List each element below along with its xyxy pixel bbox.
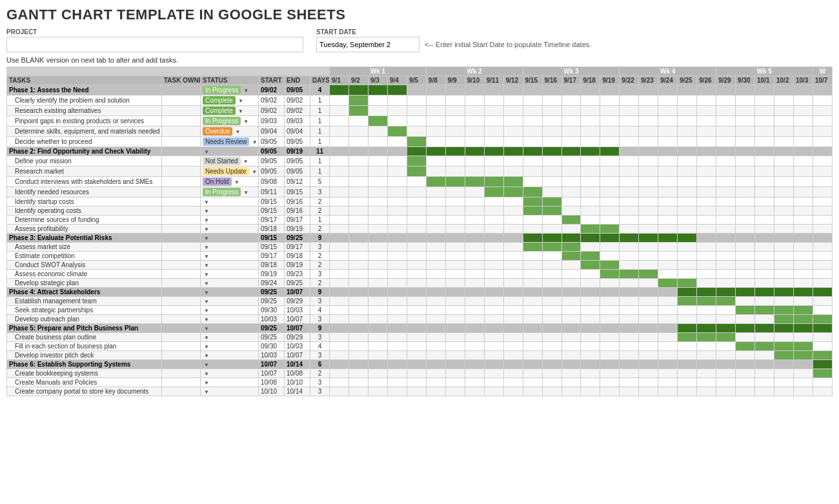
dropdown-arrow-icon[interactable]: ▼ <box>242 88 248 94</box>
gantt-bar-cell <box>349 177 369 187</box>
gantt-bar-cell <box>407 288 426 297</box>
gantt-bar-cell <box>600 261 620 270</box>
gantt-bar-cell <box>774 360 793 369</box>
gantt-bar-cell <box>330 252 349 261</box>
start-date-value[interactable]: Tuesday, September 2 <box>316 37 419 52</box>
dropdown-arrow-icon[interactable]: ▼ <box>204 389 209 395</box>
dropdown-arrow-icon[interactable]: ▼ <box>204 290 209 296</box>
task-status-cell[interactable]: Not Started ▼ <box>201 156 259 166</box>
task-status-cell[interactable]: In Progress ▼ <box>201 85 259 96</box>
dropdown-arrow-icon[interactable]: ▼ <box>204 272 209 277</box>
task-status-cell[interactable]: On Hold ▼ <box>201 177 259 187</box>
task-status-cell[interactable]: ▼ <box>201 324 259 333</box>
gantt-bar-cell <box>368 333 387 342</box>
task-status-cell[interactable]: In Progress ▼ <box>201 116 259 126</box>
gantt-bar-cell <box>600 197 620 207</box>
task-status-cell[interactable]: Needs Review ▼ <box>201 137 259 147</box>
gantt-bar-cell <box>716 324 736 333</box>
task-status-cell[interactable]: Complete ▼ <box>201 106 259 116</box>
gantt-bar-cell <box>561 252 581 261</box>
task-status-cell[interactable]: ▼ <box>201 234 259 243</box>
task-status-cell[interactable]: ▼ <box>201 369 259 378</box>
dropdown-arrow-icon[interactable]: ▼ <box>237 108 243 114</box>
task-status-cell[interactable]: Overdue ▼ <box>201 126 259 137</box>
dropdown-arrow-icon[interactable]: ▼ <box>204 208 209 214</box>
dropdown-arrow-icon[interactable]: ▼ <box>234 129 240 135</box>
day-10-3: 10/3 <box>793 76 813 85</box>
task-status-cell[interactable]: ▼ <box>201 147 259 156</box>
task-status-cell[interactable]: ▼ <box>201 207 259 216</box>
dropdown-arrow-icon[interactable]: ▼ <box>250 169 257 175</box>
task-start-cell: 10/10 <box>259 387 285 396</box>
dropdown-arrow-icon[interactable]: ▼ <box>204 199 209 205</box>
task-status-cell[interactable]: ▼ <box>201 351 259 360</box>
project-input[interactable] <box>6 37 303 52</box>
task-status-cell[interactable]: ▼ <box>201 378 259 387</box>
gantt-bar-cell <box>639 96 658 106</box>
dropdown-arrow-icon[interactable]: ▼ <box>204 149 209 155</box>
task-status-cell[interactable]: ▼ <box>201 243 259 252</box>
dropdown-arrow-icon[interactable]: ▼ <box>204 326 209 332</box>
task-status-cell[interactable]: ▼ <box>201 288 259 297</box>
dropdown-arrow-icon[interactable]: ▼ <box>242 190 248 196</box>
dropdown-arrow-icon[interactable]: ▼ <box>204 245 209 250</box>
task-days-cell: 1 <box>310 106 330 116</box>
gantt-bar-cell <box>755 252 774 261</box>
dropdown-arrow-icon[interactable]: ▼ <box>204 217 209 223</box>
dropdown-arrow-icon[interactable]: ▼ <box>204 227 209 232</box>
dropdown-arrow-icon[interactable]: ▼ <box>204 236 209 241</box>
dropdown-arrow-icon[interactable]: ▼ <box>204 263 209 268</box>
task-name-cell: Phase 2: Find Opportunity and Check Viab… <box>7 147 162 156</box>
task-status-cell[interactable]: ▼ <box>201 252 259 261</box>
gantt-bar-cell <box>793 106 813 116</box>
dropdown-arrow-icon[interactable]: ▼ <box>204 299 209 305</box>
task-status-cell[interactable]: ▼ <box>201 261 259 270</box>
task-status-cell[interactable]: ▼ <box>201 387 259 396</box>
dropdown-arrow-icon[interactable]: ▼ <box>204 362 209 368</box>
dropdown-arrow-icon[interactable]: ▼ <box>204 353 209 359</box>
gantt-bar-cell <box>484 216 503 225</box>
task-status-cell[interactable]: ▼ <box>201 333 259 342</box>
task-end-cell: 09/16 <box>285 197 310 207</box>
gantt-bar-cell <box>523 315 542 324</box>
task-status-cell[interactable]: Complete ▼ <box>201 96 259 106</box>
gantt-bar-cell <box>620 351 639 360</box>
dropdown-arrow-icon[interactable]: ▼ <box>204 317 209 323</box>
dropdown-arrow-icon[interactable]: ▼ <box>242 119 248 125</box>
dropdown-arrow-icon[interactable]: ▼ <box>204 380 209 386</box>
gantt-bar-cell <box>503 351 523 360</box>
task-status-cell[interactable]: ▼ <box>201 360 259 369</box>
gantt-bar-cell <box>736 378 755 387</box>
task-status-cell[interactable]: ▼ <box>201 315 259 324</box>
dropdown-arrow-icon[interactable]: ▼ <box>204 281 209 287</box>
dropdown-arrow-icon[interactable]: ▼ <box>237 98 243 104</box>
dropdown-arrow-icon[interactable]: ▼ <box>204 308 209 314</box>
dropdown-arrow-icon[interactable]: ▼ <box>204 371 209 377</box>
task-name-cell: Estimate competition <box>7 252 162 261</box>
dropdown-arrow-icon[interactable]: ▼ <box>250 139 257 145</box>
dropdown-arrow-icon[interactable]: ▼ <box>204 344 209 350</box>
task-owner-cell <box>162 378 201 387</box>
dropdown-arrow-icon[interactable]: ▼ <box>204 254 209 259</box>
task-status-cell[interactable]: ▼ <box>201 270 259 279</box>
gantt-bar-cell <box>561 378 581 387</box>
dropdown-arrow-icon[interactable]: ▼ <box>233 179 239 185</box>
dropdown-arrow-icon[interactable]: ▼ <box>242 159 248 165</box>
task-status-cell[interactable]: ▼ <box>201 225 259 234</box>
task-status-cell[interactable]: In Progress ▼ <box>201 187 259 197</box>
task-status-cell[interactable]: ▼ <box>201 197 259 207</box>
task-end-cell: 09/29 <box>285 297 310 306</box>
gantt-bar-cell <box>658 207 678 216</box>
gantt-bar-cell <box>736 216 755 225</box>
task-status-cell[interactable]: Needs Update ▼ <box>201 166 259 177</box>
task-status-cell[interactable]: ▼ <box>201 279 259 288</box>
dropdown-arrow-icon[interactable]: ▼ <box>204 335 209 341</box>
task-name-cell: Develop strategic plan <box>7 279 162 288</box>
gantt-bar-cell <box>368 216 387 225</box>
task-status-cell[interactable]: ▼ <box>201 306 259 315</box>
task-status-cell[interactable]: ▼ <box>201 342 259 351</box>
task-status-cell[interactable]: ▼ <box>201 216 259 225</box>
task-status-cell[interactable]: ▼ <box>201 297 259 306</box>
gantt-bar-cell <box>368 243 387 252</box>
task-name-cell: Determine sources of funding <box>7 216 162 225</box>
